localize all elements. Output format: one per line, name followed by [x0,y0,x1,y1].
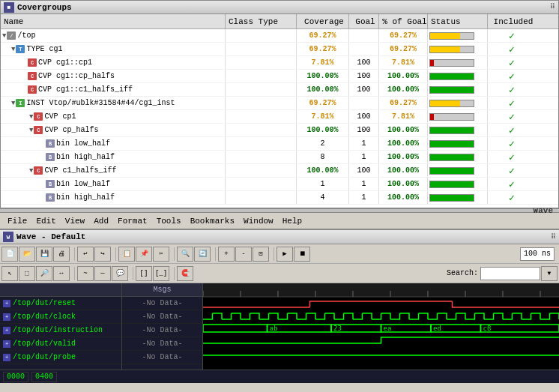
row-name[interactable]: ▼ T TYPE cg1 [1,43,226,55]
signal-item[interactable]: +/top/dut/valid [0,337,121,351]
menu-item-help[interactable]: Help [278,215,306,227]
search-button[interactable]: ▼ [541,266,558,281]
col-header-status[interactable]: Status [428,14,488,28]
add-comment-button[interactable]: 💬 [112,266,128,281]
row-name[interactable]: ▼ C CVP c1_halfs_iff [1,164,226,177]
menu-item-bookmarks[interactable]: Bookmarks [186,215,239,227]
redo-button[interactable]: ↪ [94,247,111,262]
row-name[interactable]: ▼ I INST Vtop/#ublk#31584#44/cg1_inst [1,97,226,109]
wave-bottom-bar: 00000400 [0,370,559,383]
expand-icon[interactable]: ▼ [29,113,33,121]
menu-item-tools[interactable]: Tools [152,215,186,227]
covergroups-table-body[interactable]: ▼ / /top 69.27% 69.27% ✓ ▼ T TYPE cg1 69… [1,29,558,208]
col-header-name[interactable]: Name [1,14,226,28]
row-name[interactable]: ▼ / /top [1,29,226,42]
print-button[interactable]: 🖨 [53,247,70,262]
row-label: TYPE cg1 [26,45,62,53]
table-row[interactable]: ▼ C CVP cp_halfs 100.00% 100 100.00% ✓ [1,124,558,137]
menu-item-window[interactable]: Window [239,215,278,227]
table-row[interactable]: ▼ C CVP c1_halfs_iff 100.00% 100 100.00%… [1,164,558,178]
msgs-item: -No Data- [122,310,202,324]
signal-item[interactable]: +/top/dut/clock [0,310,121,324]
cursor-tool-button[interactable]: ↖ [1,266,18,281]
signal-name: /top/dut/clock [13,313,76,321]
row-label: bin low_half [56,139,110,148]
menu-item-file[interactable]: File [3,215,31,227]
included-check: ✓ [509,97,515,109]
row-name[interactable]: ▼ C CVP cp1 [1,110,226,123]
zoom-in-button[interactable]: + [218,247,235,262]
table-row[interactable]: ▼ T TYPE cg1 69.27% 69.27% ✓ [1,43,558,56]
stop-button[interactable]: ⏹ [294,247,310,262]
table-row[interactable]: ▼ / /top 69.27% 69.27% ✓ [1,29,558,43]
status-bar [429,100,474,107]
paste-button[interactable]: 📌 [136,247,152,262]
expand-icon[interactable]: ▼ [29,167,33,175]
table-row[interactable]: B bin low_half 2 1 100.00% ✓ [1,137,558,151]
signal-item[interactable]: +/top/dut/instruction [0,324,121,337]
col-header-pctgoal[interactable]: % of Goal [379,14,428,28]
wave-display[interactable] [203,283,559,370]
search-input[interactable] [480,267,540,280]
row-name[interactable]: C CVP cg1::cp_halfs [1,70,226,82]
row-name[interactable]: B bin high_half [1,191,226,204]
cut-button[interactable]: ✂ [153,247,169,262]
table-row[interactable]: C CVP cg1::cp_halfs 100.00% 100 100.00% … [1,70,558,83]
group-button[interactable]: [] [136,266,152,281]
col-header-coverage[interactable]: Coverage [297,14,349,28]
table-row[interactable]: B bin high_half 4 1 100.00% ✓ [1,191,558,205]
expand-icon[interactable]: ▼ [11,100,15,107]
row-status [428,110,488,123]
add-wave-button[interactable]: ~ [77,266,94,281]
zoom-tool-button[interactable]: 🔎 [36,266,52,281]
signal-item[interactable]: +/top/dut/reset [0,297,121,310]
menu-item-edit[interactable]: Edit [31,215,60,227]
row-name[interactable]: C CVP cg1::c1_halfs_iff [1,83,226,96]
table-row[interactable]: ▼ C CVP cp1 7.81% 100 7.81% ✓ [1,110,558,124]
menu-item-format[interactable]: Format [113,215,152,227]
table-row[interactable]: C CVP cg1::c1_halfs_iff 100.00% 100 100.… [1,83,558,97]
row-name[interactable]: B bin high_half [1,151,226,163]
row-name[interactable]: C CVP cg1::cp1 [1,56,226,69]
row-coverage: 69.27% [297,97,349,109]
table-header: Name Class Type Coverage Goal % of Goal … [1,14,558,29]
row-included: ✓ [488,56,536,69]
table-row[interactable]: C CVP cg1::cp1 7.81% 100 7.81% ✓ [1,56,558,70]
copy-button[interactable]: 📋 [118,247,135,262]
status-bar-fill [430,154,474,160]
row-name[interactable]: B bin low_half [1,178,226,190]
menu-item-view[interactable]: View [61,215,89,227]
add-divider-button[interactable]: — [94,266,111,281]
status-bar-fill [430,141,474,147]
replace-button[interactable]: 🔄 [194,247,211,262]
row-label: CVP cg1::cp1 [38,58,92,67]
table-row[interactable]: B bin low_half 1 1 100.00% ✓ [1,178,558,191]
zoom-fit-button[interactable]: ⊡ [253,247,269,262]
wave-toolbar2: ↖⬚🔎↔~—💬[][_]🧲Search:▼ [0,264,559,283]
col-header-included[interactable]: Included [488,14,536,28]
expand-icon[interactable]: ▼ [2,32,6,40]
resize-dots: ⠿ [550,3,555,11]
menu-item-add[interactable]: Add [89,215,113,227]
expand-icon[interactable]: ▼ [11,46,15,53]
ungroup-button[interactable]: [_] [153,266,169,281]
signal-item[interactable]: +/top/dut/probe [0,351,121,364]
table-row[interactable]: ▼ I INST Vtop/#ublk#31584#44/cg1_inst 69… [1,97,558,110]
expand-icon[interactable]: ▼ [29,127,33,134]
row-name[interactable]: B bin low_half [1,137,226,150]
save-file-button[interactable]: 💾 [36,247,52,262]
col-header-goal[interactable]: Goal [349,14,379,28]
zoom-out-button[interactable]: - [235,247,252,262]
table-row[interactable]: B bin high_half 8 1 100.00% ✓ [1,151,558,164]
measure-tool-button[interactable]: ↔ [53,266,70,281]
snap-button[interactable]: 🧲 [177,266,193,281]
row-name[interactable]: ▼ C CVP cp_halfs [1,124,226,136]
col-header-classtype[interactable]: Class Type [226,14,297,28]
select-tool-button[interactable]: ⬚ [19,266,35,281]
covergroups-icon: ■ [4,2,14,13]
open-file-button[interactable]: 📂 [19,247,35,262]
run-button[interactable]: ▶ [277,247,293,262]
undo-button[interactable]: ↩ [77,247,94,262]
find-button[interactable]: 🔍 [177,247,193,262]
new-file-button[interactable]: 📄 [1,247,18,262]
